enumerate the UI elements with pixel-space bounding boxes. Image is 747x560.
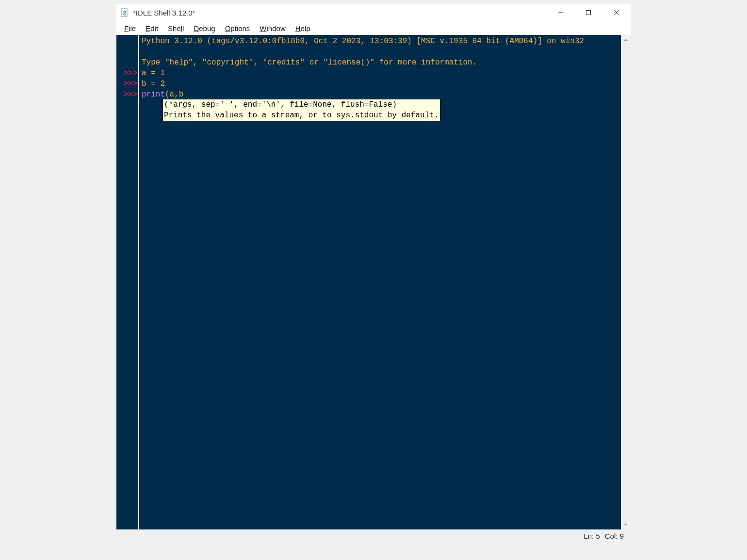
window-title: *IDLE Shell 3.12.0* (133, 9, 546, 17)
prompt-marker: >>> (116, 68, 138, 79)
statusbar: Ln: 5 Col: 9 (116, 529, 631, 542)
calltip-tooltip: (*args, sep=' ', end='\n', file=None, fl… (162, 99, 440, 121)
vertical-scrollbar[interactable] (621, 35, 631, 529)
menu-shell[interactable]: Shell (163, 23, 189, 33)
minimize-button[interactable] (546, 4, 574, 21)
shell-text-area[interactable]: >>> >>> >>> Python 3.12.0 (tags/v3.12.0:… (116, 35, 631, 529)
status-line-number: Ln: 5 (584, 532, 600, 540)
calltip-signature: (*args, sep=' ', end='\n', file=None, fl… (164, 99, 439, 110)
menu-debug[interactable]: Debug (189, 23, 220, 33)
code-line: print(a,b (142, 89, 619, 100)
maximize-button[interactable] (574, 4, 602, 21)
status-column-number: Col: 9 (605, 532, 624, 540)
calltip-description: Prints the values to a stream, or to sys… (164, 110, 439, 121)
titlebar[interactable]: *IDLE Shell 3.12.0* (116, 4, 631, 21)
idle-window: *IDLE Shell 3.12.0* File Edit Shell Debu… (116, 4, 631, 542)
window-controls (546, 4, 631, 21)
scroll-down-arrow-icon[interactable] (621, 520, 631, 529)
menubar: File Edit Shell Debug Options Window Hel… (116, 21, 631, 35)
prompt-marker: >>> (116, 79, 138, 89)
menu-options[interactable]: Options (220, 23, 255, 33)
code-line: a = 1 (142, 68, 619, 79)
prompt-marker: >>> (116, 89, 138, 100)
code-area[interactable]: Python 3.12.0 (tags/v3.12.0:0fb18b0, Oct… (139, 35, 621, 529)
python-banner: Python 3.12.0 (tags/v3.12.0:0fb18b0, Oct… (142, 36, 607, 57)
close-button[interactable] (602, 4, 631, 21)
menu-window[interactable]: Window (255, 23, 290, 33)
python-file-icon (120, 8, 130, 17)
menu-file[interactable]: File (119, 23, 141, 33)
svg-rect-2 (586, 11, 591, 15)
menu-edit[interactable]: Edit (141, 23, 163, 33)
menu-help[interactable]: Help (291, 23, 315, 33)
prompt-gutter: >>> >>> >>> (116, 35, 139, 529)
code-line: b = 2 (142, 79, 619, 89)
python-banner-help: Type "help", "copyright", "credits" or "… (142, 57, 619, 68)
scroll-up-arrow-icon[interactable] (621, 35, 631, 45)
